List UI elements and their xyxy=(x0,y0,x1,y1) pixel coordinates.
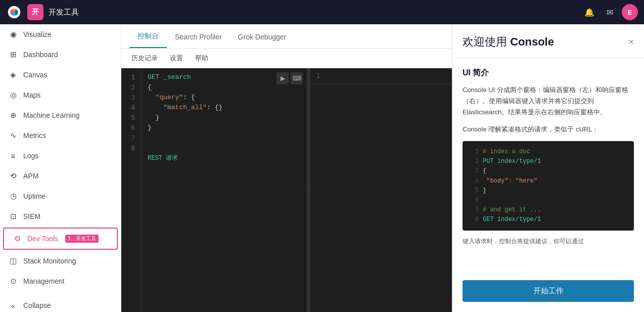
svg-point-3 xyxy=(10,10,14,15)
sidebar-item-label: Dashboard xyxy=(23,51,58,59)
metrics-icon: ∿ xyxy=(8,130,18,141)
line-num-6: 6 xyxy=(123,123,139,133)
copy-button[interactable]: ⌨ xyxy=(291,72,303,84)
code-line-5: 5} xyxy=(469,186,628,196)
sidebar-item-label: Logs xyxy=(23,152,38,160)
notification-icon[interactable]: 🔔 xyxy=(581,4,597,20)
collapse-label: Collapse xyxy=(23,301,51,309)
user-avatar[interactable]: E xyxy=(622,4,638,20)
line-num-2: 2 xyxy=(123,82,139,93)
tab-grok-debugger[interactable]: Grok Debugger xyxy=(230,27,295,48)
sidebar-item-label: Canvas xyxy=(23,71,47,79)
line-num-8: 8 xyxy=(123,143,139,153)
settings-button[interactable]: 设置 xyxy=(168,53,185,64)
run-button[interactable]: ▶ xyxy=(277,72,289,84)
code-line-2: 2PUT index/type/1 xyxy=(469,157,628,166)
code-editor[interactable]: GET _search { "query": { "match_all": {}… xyxy=(142,68,307,312)
code-line-7: 7# and get it ... xyxy=(469,205,628,215)
description-text: Console UI 分成两个窗格：编辑器窗格（左）和响应窗格（右）。使用编辑器… xyxy=(463,84,634,118)
header-title: 开发工具 xyxy=(49,8,576,17)
hint-text: 键入请求时，控制台将提供建议，你可以通过 xyxy=(463,237,634,246)
ml-icon: ⊕ xyxy=(8,110,18,120)
svg-point-4 xyxy=(15,10,18,15)
line-num-5: 5 xyxy=(123,113,139,123)
siem-icon: ⊡ xyxy=(8,211,18,221)
header: 开 开发工具 🔔 ✉ E xyxy=(0,0,644,24)
sidebar-item-label: APM xyxy=(23,172,38,180)
uptime-icon: ◷ xyxy=(8,191,18,201)
response-line-num: 1 xyxy=(310,68,452,84)
sidebar-item-logs[interactable]: ≡ Logs xyxy=(0,146,121,166)
maps-icon: ◎ xyxy=(8,90,18,100)
sidebar-item-management[interactable]: ⊙ Management xyxy=(0,271,121,291)
toolbar: 历史记录 设置 帮助 xyxy=(121,49,452,68)
line-num-4: 4 xyxy=(123,103,139,113)
sidebar-item-stack-monitoring[interactable]: ◫ Stack Monitoring xyxy=(0,251,121,271)
sidebar-item-label: Machine Learning xyxy=(23,111,79,119)
sidebar-item-collapse[interactable]: « Collapse xyxy=(0,295,121,312)
code-line-6: 6 xyxy=(469,196,628,205)
code-line-3: 3{ xyxy=(469,166,628,176)
apm-icon: ⟲ xyxy=(8,171,18,181)
code-example: 1# index a doc 2PUT index/type/1 3{ 4 "b… xyxy=(463,141,634,231)
tab-console[interactable]: 控制台 xyxy=(129,26,167,48)
line-numbers: 1 2 3 4 5 6 7 8 xyxy=(121,68,142,312)
sidebar-item-maps[interactable]: ◎ Maps xyxy=(0,85,121,105)
help-button[interactable]: 帮助 xyxy=(193,53,210,64)
welcome-title: 欢迎使用 Console xyxy=(463,34,554,50)
code-line-8: 8GET index/type/1 xyxy=(469,215,628,225)
dashboard-icon: ⊞ xyxy=(8,50,18,60)
sidebar-item-machine-learning[interactable]: ⊕ Machine Learning xyxy=(0,105,121,125)
sidebar-item-label: SIEM xyxy=(23,212,40,220)
response-pane: 1 xyxy=(310,68,452,312)
line-num-1: 1 xyxy=(123,72,139,82)
code-line-1: 1# index a doc xyxy=(469,147,628,157)
editor-pane: 1 2 3 4 5 6 7 8 GET _search { "query": {… xyxy=(121,68,307,312)
sidebar-item-dev-tools[interactable]: ⚙ Dev Tools 1、开发工具 xyxy=(3,228,118,250)
section-title: UI 简介 xyxy=(463,66,634,79)
welcome-body: UI 简介 Console UI 分成两个窗格：编辑器窗格（左）和响应窗格（右）… xyxy=(452,58,644,278)
curl-title-text: Console 理解紧凑格式的请求，类似于 cURL： xyxy=(463,124,634,135)
dev-tools-badge: 1、开发工具 xyxy=(65,235,99,243)
sidebar-item-label: Visualize xyxy=(23,30,52,38)
sidebar: ◉ Visualize ⊞ Dashboard ◈ Canvas ◎ Maps … xyxy=(0,24,121,312)
devtools-icon: ⚙ xyxy=(12,234,22,244)
sidebar-item-label: Metrics xyxy=(23,131,46,140)
sidebar-item-uptime[interactable]: ◷ Uptime xyxy=(0,186,121,206)
editor-container: 1 2 3 4 5 6 7 8 GET _search { "query": {… xyxy=(121,68,452,312)
sidebar-item-label: Stack Monitoring xyxy=(23,257,76,265)
close-button[interactable]: × xyxy=(628,37,634,47)
content-area: 控制台 Search Profiler Grok Debugger 历史记录 设… xyxy=(121,24,452,312)
editor-toolbar: ▶ ⌨ xyxy=(277,72,303,84)
sidebar-item-label: Uptime xyxy=(23,192,45,200)
sidebar-item-visualize[interactable]: ◉ Visualize xyxy=(0,24,121,44)
history-button[interactable]: 历史记录 xyxy=(129,53,160,64)
sidebar-item-label: Maps xyxy=(23,91,40,99)
sidebar-item-label: Dev Tools xyxy=(27,235,58,243)
elastic-logo[interactable] xyxy=(6,4,22,20)
main-layout: ◉ Visualize ⊞ Dashboard ◈ Canvas ◎ Maps … xyxy=(0,24,644,312)
header-icons: 🔔 ✉ E xyxy=(581,4,638,20)
start-work-button[interactable]: 开始工作 xyxy=(463,280,634,302)
logs-icon: ≡ xyxy=(8,151,18,161)
line-num-3: 3 xyxy=(123,93,139,103)
sidebar-item-dashboard[interactable]: ⊞ Dashboard xyxy=(0,44,121,65)
management-icon: ⊙ xyxy=(8,276,18,286)
mail-icon[interactable]: ✉ xyxy=(602,4,618,20)
tabs-bar: 控制台 Search Profiler Grok Debugger xyxy=(121,24,452,49)
welcome-header: 欢迎使用 Console × xyxy=(452,24,644,58)
sidebar-item-canvas[interactable]: ◈ Canvas xyxy=(0,65,121,85)
app-icon: 开 xyxy=(27,4,43,20)
welcome-panel: 欢迎使用 Console × UI 简介 Console UI 分成两个窗格：编… xyxy=(452,24,644,312)
canvas-icon: ◈ xyxy=(8,70,18,80)
sidebar-item-siem[interactable]: ⊡ SIEM xyxy=(0,206,121,227)
stack-monitoring-icon: ◫ xyxy=(8,256,18,266)
sidebar-item-apm[interactable]: ⟲ APM xyxy=(0,166,121,186)
visualize-icon: ◉ xyxy=(8,29,18,39)
tab-search-profiler[interactable]: Search Profiler xyxy=(167,27,230,48)
line-num-7: 7 xyxy=(123,133,139,143)
sidebar-item-metrics[interactable]: ∿ Metrics xyxy=(0,125,121,146)
code-line-4: 4 "body": "here" xyxy=(469,176,628,186)
sidebar-item-label: Management xyxy=(23,277,65,285)
collapse-icon: « xyxy=(8,300,18,310)
